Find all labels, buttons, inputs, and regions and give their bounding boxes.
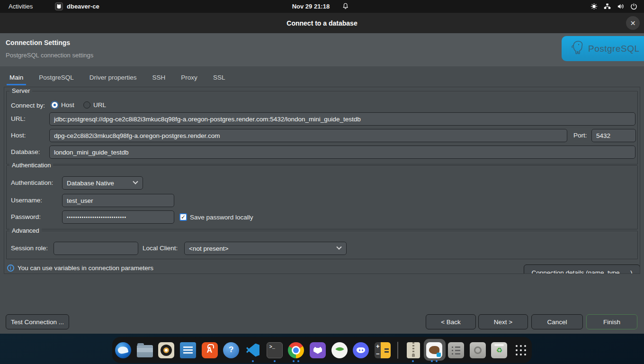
radio-selected-icon	[51, 101, 58, 109]
tab-ssl[interactable]: SSL	[210, 72, 228, 85]
dock-item-settings[interactable]	[447, 338, 465, 362]
rhythmbox-icon	[158, 342, 174, 358]
port-label: Port:	[573, 129, 587, 142]
chevron-down-icon	[336, 245, 341, 250]
cancel-button[interactable]: Cancel	[531, 314, 583, 329]
save-password-label: Save password locally	[190, 214, 253, 221]
thunderbird-icon	[115, 342, 131, 358]
host-input[interactable]	[49, 129, 567, 142]
running-indicator	[274, 360, 276, 362]
variables-hint-text: You can use variables in connection para…	[18, 264, 153, 272]
host-radio-label: Host	[61, 101, 74, 109]
postgresql-logo-text: PostgreSQL	[588, 44, 640, 54]
local-client-label: Local Client:	[143, 242, 178, 255]
system-status-area[interactable]	[590, 3, 637, 10]
dock-item-discord[interactable]	[353, 338, 370, 362]
connect-by-url-radio[interactable]: URL	[83, 101, 106, 109]
password-input[interactable]	[62, 210, 174, 224]
postgresql-elephant-icon	[569, 39, 585, 58]
url-input[interactable]	[49, 112, 635, 126]
dock-item-rhythmbox[interactable]	[158, 338, 175, 362]
finish-button[interactable]: Finish	[586, 314, 637, 329]
radio-unselected-icon	[83, 101, 90, 109]
running-indicator	[252, 360, 254, 362]
running-indicator	[431, 360, 438, 362]
close-icon[interactable]: ✕	[626, 16, 640, 30]
dialog-titlebar[interactable]: Connect to a database ✕	[0, 13, 644, 33]
desktop: Activities dbeaver-ce Nov 29 21:18	[0, 0, 644, 364]
url-label: URL:	[11, 112, 26, 126]
dock-item-archive[interactable]	[404, 338, 421, 362]
database-input[interactable]	[49, 146, 635, 159]
tab-driver-properties[interactable]: Driver properties	[87, 72, 140, 85]
vscode-icon	[245, 342, 261, 358]
checkbox-checked-icon: ✓	[179, 213, 187, 221]
username-input[interactable]	[62, 194, 174, 207]
tab-main[interactable]: Main	[7, 72, 26, 85]
tab-ssh[interactable]: SSH	[150, 72, 169, 85]
tab-proxy[interactable]: Proxy	[178, 72, 200, 85]
info-icon: i	[7, 264, 14, 272]
dock-separator	[396, 338, 400, 362]
connection-details-button[interactable]: Connection details (name, type, ... )	[524, 264, 640, 274]
connect-database-dialog: Connect to a database ✕ Connection Setti…	[0, 13, 644, 334]
port-input[interactable]	[591, 129, 636, 142]
brightness-icon	[590, 3, 598, 10]
dock-item-terminal[interactable]	[266, 338, 283, 362]
trash-icon	[491, 342, 507, 358]
dock-item-files[interactable]	[136, 338, 153, 362]
authentication-group-legend: Authentication	[9, 162, 53, 169]
postgresql-logo: PostgreSQL	[562, 36, 644, 61]
app-menu[interactable]: dbeaver-ce	[55, 2, 99, 10]
clock-label: Nov 29 21:18	[292, 3, 330, 10]
next-button[interactable]: Next >	[478, 314, 528, 329]
terminal-icon	[267, 342, 283, 358]
dock-item-chrome[interactable]	[288, 338, 305, 362]
local-client-select[interactable]: <not present>	[184, 242, 347, 255]
dbeaver-icon	[426, 342, 442, 358]
variables-hint: i You can use variables in connection pa…	[7, 264, 153, 272]
bell-icon	[342, 2, 349, 11]
session-role-input[interactable]	[54, 242, 138, 255]
host-label: Host:	[11, 129, 26, 142]
dock-item-mongodb-compass[interactable]	[331, 338, 348, 362]
dialog-title: Connect to a database	[286, 19, 357, 27]
connect-by-host-radio[interactable]: Host	[51, 101, 74, 109]
test-connection-button[interactable]: Test Connection ...	[6, 314, 69, 329]
url-radio-label: URL	[93, 101, 106, 109]
dock-item-vscode[interactable]	[244, 338, 261, 362]
dock-item-app-grid[interactable]	[512, 338, 529, 362]
page-title: Connection Settings	[6, 39, 70, 46]
authentication-select[interactable]: Database Native	[62, 176, 143, 190]
dbeaver-app-icon	[55, 2, 63, 10]
settings-icon	[448, 342, 464, 358]
dock-item-disks[interactable]	[469, 338, 486, 362]
dock-item-dbeaver[interactable]	[426, 338, 443, 362]
authentication-label: Authentication:	[11, 176, 53, 190]
dock-item-help[interactable]	[223, 338, 240, 362]
mongodb-compass-icon	[331, 342, 348, 358]
files-icon	[137, 345, 153, 357]
dock-item-thunderbird[interactable]	[115, 338, 132, 362]
local-client-select-value: <not present>	[189, 245, 228, 252]
top-bar: Activities dbeaver-ce Nov 29 21:18	[0, 0, 644, 13]
dock-item-ubuntu-software[interactable]	[201, 338, 218, 362]
dock-separator-icon	[397, 342, 398, 359]
activities-button[interactable]: Activities	[9, 3, 33, 10]
database-label: Database:	[11, 146, 40, 159]
connect-by-label: Connect by:	[11, 99, 45, 112]
dock-item-trash[interactable]	[491, 338, 508, 362]
app-menu-label: dbeaver-ce	[67, 3, 99, 10]
dialog-header: Connection Settings PostgreSQL connectio…	[0, 33, 644, 66]
clock-menu[interactable]: Nov 29 21:18	[292, 2, 349, 11]
dock-item-libreoffice-writer[interactable]	[179, 338, 197, 362]
ubuntu-software-icon	[202, 342, 218, 358]
tab-postgresql[interactable]: PostgreSQL	[36, 72, 77, 85]
help-icon	[223, 342, 239, 358]
dock-item-calculator[interactable]	[374, 338, 391, 362]
back-button[interactable]: < Back	[426, 314, 476, 329]
volume-icon	[617, 3, 624, 10]
save-password-checkbox[interactable]: ✓ Save password locally	[179, 213, 253, 221]
dock-item-github-desktop[interactable]	[309, 338, 326, 362]
libreoffice-writer-icon	[180, 342, 196, 358]
